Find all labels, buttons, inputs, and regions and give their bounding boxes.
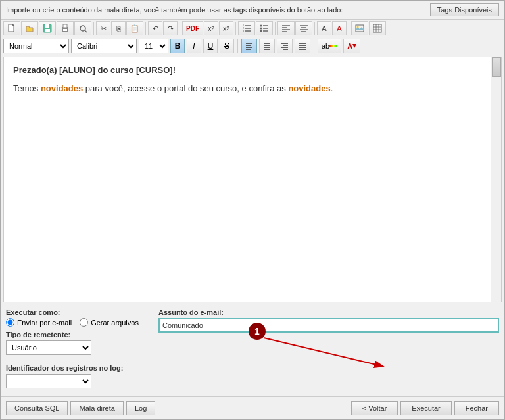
log-button[interactable]: Log (126, 401, 155, 415)
close-button[interactable]: Fechar (454, 401, 499, 415)
editor-content[interactable]: Prezado(a) [ALUNO] do curso [CURSO]! Tem… (4, 57, 501, 101)
form-annotation-wrapper: 1 Executar como: Enviar por e-mail (1, 304, 504, 396)
copy-button[interactable]: ⎘ (111, 21, 126, 35)
sep6 (314, 22, 315, 35)
sender-type-select[interactable]: Usuário (6, 340, 91, 355)
svg-marker-52 (352, 44, 356, 48)
italic-button[interactable]: I (187, 39, 201, 53)
ordered-list-button[interactable]: 123 (238, 21, 255, 35)
main-toolbar: ✂ ⎘ 📋 ↶ ↷ PDF x2 x2 123 A A (1, 20, 504, 37)
svg-point-7 (80, 26, 85, 31)
open-button[interactable] (21, 21, 38, 35)
svg-rect-3 (45, 29, 50, 32)
underline-button[interactable]: U (203, 39, 218, 53)
form-row-main: Executar como: Enviar por e-mail Gerar a… (6, 308, 499, 388)
main-window: Importe ou crie o conteúdo da mala diret… (0, 0, 505, 420)
back-button[interactable]: < Voltar (351, 401, 398, 415)
subscript-button[interactable]: x2 (219, 21, 233, 35)
font-select[interactable]: Calibri (71, 39, 137, 53)
align-left-button[interactable] (277, 21, 295, 35)
scrollbar-thumb[interactable] (492, 57, 501, 77)
unordered-list-button[interactable] (256, 21, 273, 35)
format-bar: Normal Calibri 11 B I U S ab A (1, 37, 504, 55)
subject-input[interactable] (158, 318, 499, 333)
svg-point-19 (260, 28, 262, 30)
new-button[interactable] (3, 21, 20, 35)
sender-type-label: Tipo de remetente: (6, 331, 151, 338)
radio-email-label: Enviar por e-mail (17, 319, 72, 327)
format-sep2 (314, 39, 314, 53)
highlight-color-button[interactable]: ab (318, 39, 341, 53)
image-button[interactable] (351, 21, 368, 35)
print-button[interactable] (57, 21, 74, 35)
bottom-form: Executar como: Enviar por e-mail Gerar a… (1, 304, 504, 396)
radio-files-input[interactable] (80, 318, 88, 327)
editor-line2: Temos novidades para você, acesse o port… (13, 82, 492, 95)
sep1 (93, 22, 94, 35)
radio-group: Enviar por e-mail Gerar arquivos (6, 318, 151, 327)
svg-line-8 (85, 30, 87, 32)
svg-point-20 (260, 30, 262, 32)
size-select[interactable]: 11 (139, 39, 168, 53)
radio-email[interactable]: Enviar por e-mail (6, 318, 72, 327)
svg-point-30 (357, 26, 359, 28)
button-bar: Consulta SQL Mala direta Log < Voltar Ex… (1, 396, 504, 419)
style-select[interactable]: Normal (3, 39, 69, 53)
log-label: Identificador dos registros no log: (6, 364, 151, 372)
strikethrough-button[interactable]: S (220, 39, 234, 53)
sep2 (145, 22, 146, 35)
cut-button[interactable]: ✂ (96, 21, 110, 35)
radio-files-label: Gerar arquivos (91, 319, 139, 327)
tags-available-button[interactable]: Tags Disponíveis (430, 3, 499, 16)
sep3 (180, 22, 180, 35)
align-center-format-button[interactable] (259, 39, 275, 53)
format-sep1 (237, 39, 238, 53)
svg-rect-5 (63, 24, 67, 28)
undo-button[interactable]: ↶ (148, 21, 162, 35)
align-right-format-button[interactable] (277, 39, 293, 53)
scrollbar-track[interactable] (491, 57, 501, 302)
superscript-button[interactable]: x2 (204, 21, 218, 35)
align-left-format-button[interactable] (241, 39, 257, 53)
consulta-sql-button[interactable]: Consulta SQL (6, 401, 68, 415)
mala-direta-button[interactable]: Mala direta (70, 401, 123, 415)
svg-point-18 (260, 25, 262, 27)
font-color-format-button[interactable]: A (343, 39, 360, 53)
table-button[interactable] (369, 21, 386, 35)
subject-section: Assunto do e-mail: (158, 308, 499, 333)
svg-rect-2 (45, 24, 49, 28)
editor-line1: Prezado(a) [ALUNO] do curso [CURSO]! (13, 64, 492, 77)
save-button[interactable] (39, 21, 56, 35)
radio-email-input[interactable] (6, 318, 14, 327)
right-column: Assunto do e-mail: (158, 308, 499, 335)
left-column: Executar como: Enviar por e-mail Gerar a… (6, 308, 151, 388)
execute-as-label: Executar como: (6, 308, 151, 316)
instruction-bar: Importe ou crie o conteúdo da mala diret… (1, 1, 504, 20)
bold-button[interactable]: B (170, 39, 185, 53)
subject-label: Assunto do e-mail: (158, 308, 499, 316)
highlight-button[interactable]: A (317, 21, 331, 35)
editor-area[interactable]: Prezado(a) [ALUNO] do curso [CURSO]! Tem… (3, 57, 502, 302)
log-select[interactable] (6, 374, 91, 388)
align-center-button[interactable] (295, 21, 312, 35)
justify-format-button[interactable] (295, 39, 310, 53)
pdf-button[interactable]: PDF (182, 21, 203, 35)
svg-rect-6 (63, 29, 67, 31)
sep7 (349, 22, 349, 35)
redo-button[interactable]: ↷ (163, 21, 178, 35)
instruction-text: Importe ou crie o conteúdo da mala diret… (6, 6, 343, 14)
svg-text:3: 3 (243, 29, 245, 32)
sep5 (275, 22, 276, 35)
sep4 (235, 22, 236, 35)
paste-button[interactable]: 📋 (126, 21, 143, 35)
font-color-button[interactable]: A (332, 21, 347, 35)
execute-button[interactable]: Executar (400, 401, 451, 415)
preview-button[interactable] (74, 21, 91, 35)
radio-files[interactable]: Gerar arquivos (80, 318, 139, 327)
svg-rect-31 (373, 24, 381, 32)
